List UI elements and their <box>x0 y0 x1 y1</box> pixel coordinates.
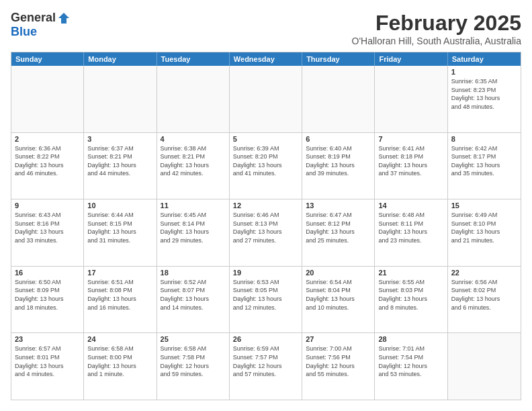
day-cell <box>448 333 521 400</box>
calendar-body: 1Sunrise: 6:35 AM Sunset: 8:23 PM Daylig… <box>11 66 521 400</box>
header-day-sunday: Sunday <box>11 52 84 66</box>
day-number: 21 <box>378 269 443 277</box>
day-info: Sunrise: 6:50 AM Sunset: 8:09 PM Dayligh… <box>15 278 80 312</box>
day-info: Sunrise: 6:58 AM Sunset: 7:58 PM Dayligh… <box>161 345 226 378</box>
day-number: 25 <box>161 335 226 343</box>
day-info: Sunrise: 6:58 AM Sunset: 8:00 PM Dayligh… <box>87 345 152 378</box>
day-number: 9 <box>15 201 80 210</box>
day-cell: 14Sunrise: 6:48 AM Sunset: 8:11 PM Dayli… <box>375 199 447 266</box>
day-cell: 12Sunrise: 6:46 AM Sunset: 8:13 PM Dayli… <box>230 199 302 266</box>
day-info: Sunrise: 6:51 AM Sunset: 8:08 PM Dayligh… <box>87 278 152 312</box>
title-block: February 2025 O'Halloran Hill, South Aus… <box>352 11 521 46</box>
day-cell: 16Sunrise: 6:50 AM Sunset: 8:09 PM Dayli… <box>11 267 84 333</box>
day-cell: 26Sunrise: 6:59 AM Sunset: 7:57 PM Dayli… <box>230 333 302 400</box>
day-cell: 17Sunrise: 6:51 AM Sunset: 8:08 PM Dayli… <box>84 267 157 333</box>
day-cell: 9Sunrise: 6:43 AM Sunset: 8:16 PM Daylig… <box>11 199 84 266</box>
svg-marker-0 <box>58 13 69 24</box>
day-number: 12 <box>233 201 298 210</box>
day-info: Sunrise: 6:39 AM Sunset: 8:20 PM Dayligh… <box>233 144 298 178</box>
day-number: 19 <box>233 269 298 277</box>
week-row-1: 2Sunrise: 6:36 AM Sunset: 8:22 PM Daylig… <box>11 133 521 200</box>
day-info: Sunrise: 6:53 AM Sunset: 8:05 PM Dayligh… <box>233 278 298 312</box>
week-row-3: 16Sunrise: 6:50 AM Sunset: 8:09 PM Dayli… <box>11 267 521 334</box>
day-info: Sunrise: 6:49 AM Sunset: 8:10 PM Dayligh… <box>451 211 517 244</box>
logo-icon <box>57 11 71 25</box>
day-number: 15 <box>451 201 517 210</box>
day-cell: 25Sunrise: 6:58 AM Sunset: 7:58 PM Dayli… <box>157 333 230 400</box>
day-number: 22 <box>451 269 517 277</box>
day-cell: 13Sunrise: 6:47 AM Sunset: 8:12 PM Dayli… <box>302 199 375 266</box>
logo-general-text: General <box>11 11 56 25</box>
day-info: Sunrise: 6:40 AM Sunset: 8:19 PM Dayligh… <box>306 144 371 178</box>
week-row-4: 23Sunrise: 6:57 AM Sunset: 8:01 PM Dayli… <box>11 333 521 400</box>
day-cell: 5Sunrise: 6:39 AM Sunset: 8:20 PM Daylig… <box>230 133 302 199</box>
day-number: 4 <box>161 135 226 143</box>
day-cell: 2Sunrise: 6:36 AM Sunset: 8:22 PM Daylig… <box>11 133 84 199</box>
day-info: Sunrise: 7:00 AM Sunset: 7:56 PM Dayligh… <box>306 345 371 378</box>
day-cell: 27Sunrise: 7:00 AM Sunset: 7:56 PM Dayli… <box>302 333 375 400</box>
day-info: Sunrise: 6:48 AM Sunset: 8:11 PM Dayligh… <box>378 211 443 244</box>
logo: General Blue <box>11 11 71 39</box>
day-info: Sunrise: 6:37 AM Sunset: 8:21 PM Dayligh… <box>87 144 152 178</box>
day-number: 17 <box>87 269 152 277</box>
day-cell: 8Sunrise: 6:42 AM Sunset: 8:17 PM Daylig… <box>448 133 521 199</box>
calendar: SundayMondayTuesdayWednesdayThursdayFrid… <box>11 52 521 400</box>
day-info: Sunrise: 6:35 AM Sunset: 8:23 PM Dayligh… <box>451 77 517 111</box>
header-day-monday: Monday <box>84 52 157 66</box>
header-day-saturday: Saturday <box>448 52 521 66</box>
day-info: Sunrise: 6:42 AM Sunset: 8:17 PM Dayligh… <box>451 144 517 178</box>
day-cell: 20Sunrise: 6:54 AM Sunset: 8:04 PM Dayli… <box>302 267 375 333</box>
day-number: 11 <box>161 201 226 210</box>
day-cell: 23Sunrise: 6:57 AM Sunset: 8:01 PM Dayli… <box>11 333 84 400</box>
day-number: 5 <box>233 135 298 143</box>
logo-blue-text: Blue <box>11 25 37 39</box>
day-info: Sunrise: 6:36 AM Sunset: 8:22 PM Dayligh… <box>15 144 80 178</box>
day-number: 27 <box>306 335 371 343</box>
day-cell: 6Sunrise: 6:40 AM Sunset: 8:19 PM Daylig… <box>302 133 375 199</box>
day-number: 20 <box>306 269 371 277</box>
day-number: 3 <box>87 135 152 143</box>
day-info: Sunrise: 6:56 AM Sunset: 8:02 PM Dayligh… <box>451 278 517 312</box>
location-title: O'Halloran Hill, South Australia, Austra… <box>352 36 521 46</box>
day-cell: 11Sunrise: 6:45 AM Sunset: 8:14 PM Dayli… <box>157 199 230 266</box>
day-number: 8 <box>451 135 517 143</box>
week-row-2: 9Sunrise: 6:43 AM Sunset: 8:16 PM Daylig… <box>11 199 521 267</box>
day-info: Sunrise: 7:01 AM Sunset: 7:54 PM Dayligh… <box>378 345 443 378</box>
day-cell: 4Sunrise: 6:38 AM Sunset: 8:21 PM Daylig… <box>157 133 230 199</box>
day-cell <box>375 66 447 132</box>
header-day-thursday: Thursday <box>302 52 375 66</box>
day-cell: 18Sunrise: 6:52 AM Sunset: 8:07 PM Dayli… <box>157 267 230 333</box>
day-number: 28 <box>378 335 443 343</box>
day-cell <box>230 66 302 132</box>
day-number: 2 <box>15 135 80 143</box>
day-number: 18 <box>161 269 226 277</box>
day-cell <box>157 66 230 132</box>
day-number: 10 <box>87 201 152 210</box>
day-number: 7 <box>378 135 443 143</box>
day-info: Sunrise: 6:59 AM Sunset: 7:57 PM Dayligh… <box>233 345 298 378</box>
day-info: Sunrise: 6:52 AM Sunset: 8:07 PM Dayligh… <box>161 278 226 312</box>
day-number: 6 <box>306 135 371 143</box>
header-day-wednesday: Wednesday <box>230 52 302 66</box>
day-info: Sunrise: 6:41 AM Sunset: 8:18 PM Dayligh… <box>378 144 443 178</box>
day-cell: 3Sunrise: 6:37 AM Sunset: 8:21 PM Daylig… <box>84 133 157 199</box>
day-cell: 19Sunrise: 6:53 AM Sunset: 8:05 PM Dayli… <box>230 267 302 333</box>
day-info: Sunrise: 6:54 AM Sunset: 8:04 PM Dayligh… <box>306 278 371 312</box>
month-title: February 2025 <box>352 11 521 36</box>
day-info: Sunrise: 6:57 AM Sunset: 8:01 PM Dayligh… <box>15 345 80 378</box>
day-info: Sunrise: 6:38 AM Sunset: 8:21 PM Dayligh… <box>161 144 226 178</box>
day-info: Sunrise: 6:44 AM Sunset: 8:15 PM Dayligh… <box>87 211 152 244</box>
header-day-friday: Friday <box>375 52 447 66</box>
day-number: 16 <box>15 269 80 277</box>
day-cell: 1Sunrise: 6:35 AM Sunset: 8:23 PM Daylig… <box>448 66 521 132</box>
day-number: 13 <box>306 201 371 210</box>
day-info: Sunrise: 6:43 AM Sunset: 8:16 PM Dayligh… <box>15 211 80 244</box>
day-number: 23 <box>15 335 80 343</box>
day-number: 26 <box>233 335 298 343</box>
day-info: Sunrise: 6:55 AM Sunset: 8:03 PM Dayligh… <box>378 278 443 312</box>
day-cell: 10Sunrise: 6:44 AM Sunset: 8:15 PM Dayli… <box>84 199 157 266</box>
day-cell: 28Sunrise: 7:01 AM Sunset: 7:54 PM Dayli… <box>375 333 447 400</box>
day-info: Sunrise: 6:46 AM Sunset: 8:13 PM Dayligh… <box>233 211 298 244</box>
day-cell <box>302 66 375 132</box>
day-cell: 7Sunrise: 6:41 AM Sunset: 8:18 PM Daylig… <box>375 133 447 199</box>
